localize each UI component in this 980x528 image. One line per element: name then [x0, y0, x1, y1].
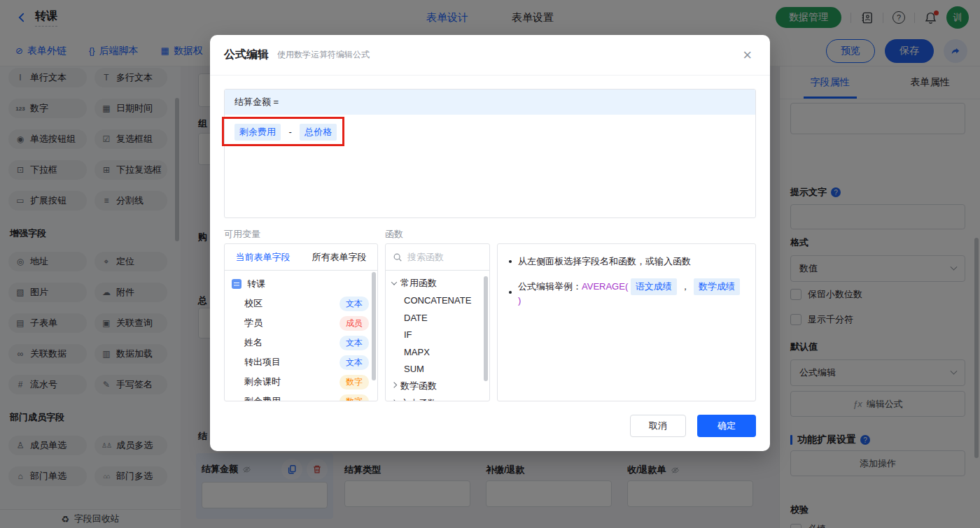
variable-row[interactable]: 剩余课时数字 — [225, 372, 377, 392]
example-field-chip: 语文成绩 — [631, 278, 677, 295]
function-item[interactable]: SUM — [386, 361, 489, 378]
formula-editor-modal: 公式编辑 使用数学运算符编辑公式 × 结算金额 = 剩余费用 - 总价格 可用变… — [210, 35, 770, 451]
search-placeholder: 搜索函数 — [407, 251, 444, 264]
variable-type-badge: 数字 — [340, 375, 369, 390]
tab-all-form-fields[interactable]: 所有表单字段 — [301, 244, 377, 270]
function-item[interactable]: IF — [386, 327, 489, 344]
function-group-label: 文本函数 — [400, 397, 437, 401]
function-close-paren: ) — [518, 295, 521, 306]
function-group-label: 常用函数 — [400, 277, 437, 290]
modal-subtitle: 使用数学运算符编辑公式 — [277, 49, 370, 61]
chevron-right-icon — [391, 399, 397, 401]
variables-label: 可用变量 — [224, 228, 260, 241]
formula-field-chip[interactable]: 剩余费用 — [234, 124, 281, 141]
variables-list: 转课校区文本学员成员姓名文本转出项目文本剩余课时数字剩余费用数字总价格数字 — [225, 271, 377, 401]
function-item[interactable]: MAPX — [386, 343, 489, 361]
functions-scrollbar-thumb[interactable] — [484, 276, 488, 381]
variable-row[interactable]: 学员成员 — [225, 313, 377, 333]
help-line-1: 从左侧面板选择字段名和函数，或输入函数 — [509, 255, 744, 268]
example-field-chip: 数学成绩 — [694, 278, 740, 295]
variable-row[interactable]: 剩余费用数字 — [225, 392, 377, 401]
formula-field-chip[interactable]: 总价格 — [300, 124, 337, 141]
function-group-label: 数学函数 — [400, 380, 437, 392]
example-separator: ， — [680, 281, 690, 292]
variable-row[interactable]: 姓名文本 — [225, 333, 377, 352]
modal-title: 公式编辑 — [224, 48, 269, 62]
help-example: 公式编辑举例：AVERAGE( 语文成绩 ， 数学成绩 ) — [518, 278, 744, 306]
formula-target: 结算金额 = — [225, 90, 755, 115]
variable-type-badge: 文本 — [340, 336, 369, 350]
variable-name: 转出项目 — [244, 356, 281, 369]
function-item[interactable]: CONCATENATE — [386, 292, 489, 310]
variables-scrollbar-thumb[interactable] — [372, 272, 376, 380]
modal-footer: 取消 确定 — [630, 415, 756, 437]
tab-current-form-fields[interactable]: 当前表单字段 — [225, 244, 301, 270]
variable-name: 学员 — [244, 317, 262, 329]
chevron-right-icon — [391, 383, 397, 388]
cancel-button[interactable]: 取消 — [630, 415, 686, 437]
variable-row[interactable]: 转出项目文本 — [225, 352, 377, 372]
variable-type-badge: 数字 — [340, 394, 369, 401]
formula-operator: - — [288, 127, 291, 137]
variable-form-row[interactable]: 转课 — [225, 274, 377, 294]
form-doc-icon — [232, 279, 241, 289]
bullet-icon — [509, 291, 512, 294]
functions-tree: 常用函数CONCATENATEDATEIFMAPXSUM数学函数文本函数 — [386, 271, 489, 401]
variables-panel: 当前表单字段 所有表单字段 转课校区文本学员成员姓名文本转出项目文本剩余课时数字… — [224, 243, 378, 401]
confirm-button[interactable]: 确定 — [697, 415, 756, 437]
functions-panel: 搜索函数 常用函数CONCATENATEDATEIFMAPXSUM数学函数文本函… — [385, 243, 490, 401]
form-designer-page: 转课 表单设计 表单设置 数据管理 训 ⊘ 表单外链 — [0, 0, 980, 528]
modal-header: 公式编辑 使用数学运算符编辑公式 × — [210, 35, 770, 76]
close-icon[interactable]: × — [743, 48, 752, 63]
variable-name: 剩余课时 — [244, 376, 281, 388]
variable-name: 剩余费用 — [244, 395, 281, 401]
bullet-icon — [509, 260, 512, 263]
function-name: AVERAGE( — [582, 281, 628, 292]
variables-tabs: 当前表单字段 所有表单字段 — [225, 244, 377, 271]
variable-form-name: 转课 — [247, 278, 265, 290]
variable-type-badge: 文本 — [340, 355, 369, 370]
variable-name: 校区 — [244, 297, 262, 310]
functions-label: 函数 — [385, 228, 403, 241]
function-group[interactable]: 文本函数 — [386, 395, 489, 401]
variable-name: 姓名 — [244, 336, 262, 349]
function-group[interactable]: 数学函数 — [386, 378, 489, 395]
chevron-down-icon — [391, 280, 397, 285]
search-icon — [393, 252, 402, 262]
variable-type-badge: 文本 — [340, 297, 369, 311]
function-item[interactable]: DATE — [386, 309, 489, 327]
function-group[interactable]: 常用函数 — [386, 275, 489, 292]
help-example-prefix: 公式编辑举例： — [518, 281, 582, 292]
formula-editor[interactable]: 结算金额 = 剩余费用 - 总价格 — [224, 89, 756, 218]
variable-type-badge: 成员 — [340, 316, 369, 331]
formula-expression[interactable]: 剩余费用 - 总价格 — [225, 115, 755, 150]
variable-row[interactable]: 校区文本 — [225, 294, 377, 313]
help-text: 从左侧面板选择字段名和函数，或输入函数 — [518, 255, 691, 268]
function-search[interactable]: 搜索函数 — [386, 244, 489, 271]
formula-help-panel: 从左侧面板选择字段名和函数，或输入函数 公式编辑举例：AVERAGE( 语文成绩… — [497, 243, 756, 401]
help-line-2: 公式编辑举例：AVERAGE( 语文成绩 ， 数学成绩 ) — [509, 278, 744, 306]
